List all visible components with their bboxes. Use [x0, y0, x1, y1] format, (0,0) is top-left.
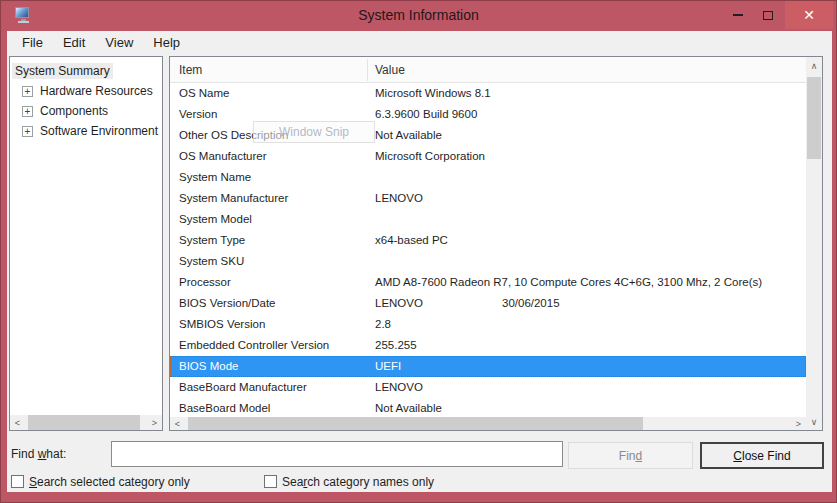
window-title: System Information [1, 7, 836, 23]
titlebar[interactable]: System Information ✕ [1, 1, 836, 31]
expand-plus-icon[interactable]: + [22, 126, 33, 137]
window-snip-ghost: Window Snip [253, 121, 375, 143]
item-cell: System Model [179, 213, 252, 225]
table-row[interactable]: System ManufacturerLENOVO [170, 188, 806, 209]
item-cell: System SKU [179, 255, 244, 267]
find-button[interactable]: Find [568, 442, 693, 469]
category-tree: System Summary+Hardware Resources+Compon… [10, 57, 162, 141]
table-row[interactable]: BIOS Version/DateLENOVO30/06/2015 [170, 293, 806, 314]
table-row[interactable]: OS ManufacturerMicrosoft Corporation [170, 146, 806, 167]
table-horizontal-scrollbar[interactable]: < > [170, 417, 806, 430]
table-row[interactable]: OS NameMicrosoft Windows 8.1 [170, 83, 806, 104]
item-cell: BIOS Mode [179, 360, 238, 372]
value-cell: LENOVO [375, 381, 423, 393]
tree-item-label: Software Environment [37, 123, 161, 139]
value-cell: Not Available [375, 129, 442, 141]
tree-horizontal-scrollbar[interactable]: < > [10, 415, 162, 430]
menu-view[interactable]: View [95, 33, 143, 52]
table-row[interactable]: System Model [170, 209, 806, 230]
close-button[interactable]: ✕ [785, 1, 833, 29]
item-cell: Processor [179, 276, 231, 288]
item-cell: OS Manufacturer [179, 150, 267, 162]
column-header-item[interactable]: Item [179, 63, 202, 77]
system-information-window: System Information ✕ FileEditViewHelp Sy… [0, 0, 837, 503]
vertical-scrollbar[interactable]: ∧ ∨ [806, 57, 822, 430]
value-cell: Not Available [375, 402, 442, 414]
item-cell: OS Name [179, 87, 230, 99]
value-cell: x64-based PC [375, 234, 448, 246]
table-row[interactable]: System Name [170, 167, 806, 188]
column-divider[interactable] [367, 59, 368, 81]
close-icon: ✕ [803, 7, 815, 23]
item-cell: BIOS Version/Date [179, 297, 276, 309]
menu-file[interactable]: File [12, 33, 53, 52]
tree-item-label: Components [37, 103, 111, 119]
search-category-names-label: Search category names only [282, 475, 434, 489]
search-selected-category-checkbox[interactable] [11, 475, 24, 488]
value-cell: AMD A8-7600 Radeon R7, 10 Compute Cores … [375, 276, 762, 288]
scroll-thumb[interactable] [188, 417, 643, 430]
table-row[interactable]: BaseBoard ManufacturerLENOVO [170, 377, 806, 398]
value-cell: 6.3.9600 Build 9600 [375, 108, 477, 120]
item-cell: Version [179, 108, 217, 120]
menu-bar: FileEditViewHelp [7, 31, 832, 54]
scroll-right-icon[interactable]: > [147, 415, 162, 430]
value-cell: UEFI [375, 360, 401, 372]
maximize-button[interactable] [753, 1, 783, 29]
expand-plus-icon[interactable]: + [22, 86, 33, 97]
find-what-label: Find what: [11, 447, 66, 461]
menu-edit[interactable]: Edit [53, 33, 95, 52]
tree-item-components[interactable]: +Components [10, 101, 162, 121]
tree-item-hardware-resources[interactable]: +Hardware Resources [10, 81, 162, 101]
tree-item-label: Hardware Resources [37, 83, 156, 99]
value-cell: LENOVO [375, 192, 423, 204]
value-cell: Microsoft Corporation [375, 150, 485, 162]
table-row[interactable]: BaseBoard ModelNot Available [170, 398, 806, 417]
scroll-left-icon[interactable]: < [10, 415, 25, 430]
table-header: Item Value [170, 57, 806, 83]
table-row[interactable]: SMBIOS Version2.8 [170, 314, 806, 335]
item-cell: System Manufacturer [179, 192, 288, 204]
minimize-button[interactable] [723, 1, 753, 29]
table-row[interactable]: System SKU [170, 251, 806, 272]
expand-plus-icon[interactable]: + [22, 106, 33, 117]
value-cell: 2.8 [375, 318, 391, 330]
table-row[interactable]: System Typex64-based PC [170, 230, 806, 251]
scroll-right-icon[interactable]: > [791, 417, 806, 430]
search-category-names-checkbox[interactable] [264, 475, 277, 488]
item-cell: BaseBoard Manufacturer [179, 381, 307, 393]
value-cell: LENOVO [375, 297, 423, 309]
table-row[interactable]: BIOS ModeUEFI [170, 356, 806, 377]
value-cell: Microsoft Windows 8.1 [375, 87, 491, 99]
scroll-up-icon[interactable]: ∧ [806, 57, 822, 74]
tree-item-system-summary[interactable]: System Summary [10, 61, 162, 81]
minimize-icon [733, 14, 743, 16]
item-cell: Embedded Controller Version [179, 339, 329, 351]
category-tree-panel: System Summary+Hardware Resources+Compon… [9, 56, 163, 431]
item-cell: System Name [179, 171, 251, 183]
value2-cell: 30/06/2015 [502, 297, 560, 309]
table-row[interactable]: ProcessorAMD A8-7600 Radeon R7, 10 Compu… [170, 272, 806, 293]
scroll-thumb[interactable] [28, 415, 140, 430]
table-row[interactable]: Embedded Controller Version255.255 [170, 335, 806, 356]
maximize-icon [763, 11, 773, 20]
item-cell: BaseBoard Model [179, 402, 270, 414]
search-selected-category-label: Search selected category only [29, 475, 190, 489]
menu-help[interactable]: Help [143, 33, 190, 52]
scroll-down-icon[interactable]: ∨ [806, 413, 822, 430]
item-cell: SMBIOS Version [179, 318, 265, 330]
tree-item-software-environment[interactable]: +Software Environment [10, 121, 162, 141]
scroll-left-icon[interactable]: < [170, 417, 185, 430]
details-panel: Item Value OS NameMicrosoft Windows 8.1V… [169, 56, 823, 431]
value-cell: 255.255 [375, 339, 417, 351]
close-find-button[interactable]: Close Find [700, 442, 824, 469]
item-cell: System Type [179, 234, 245, 246]
column-header-value[interactable]: Value [375, 63, 405, 77]
tree-item-label: System Summary [12, 63, 113, 79]
find-input[interactable] [111, 441, 563, 467]
scroll-thumb[interactable] [807, 77, 821, 159]
